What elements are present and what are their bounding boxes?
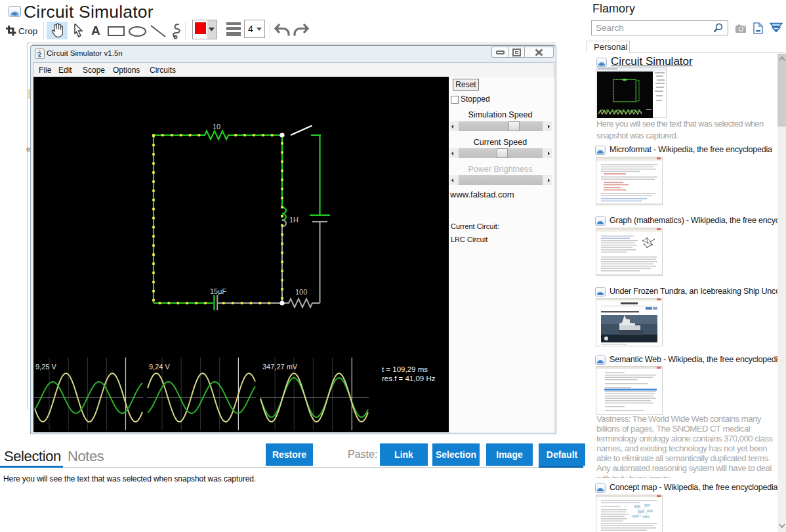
svg-text:res.f = 41,09 Hz: res.f = 41,09 Hz [382, 375, 436, 382]
svg-text:9,24 V: 9,24 V [149, 363, 170, 371]
svg-text:347,27 mV: 347,27 mV [262, 363, 298, 371]
svg-text:1H: 1H [289, 216, 299, 224]
svg-text:15µF: 15µF [210, 287, 227, 295]
svg-text:9,25 V: 9,25 V [35, 363, 56, 371]
svg-text:10: 10 [213, 123, 220, 131]
svg-text:t = 109,29 ms: t = 109,29 ms [382, 365, 428, 373]
svg-text:100: 100 [295, 288, 307, 296]
